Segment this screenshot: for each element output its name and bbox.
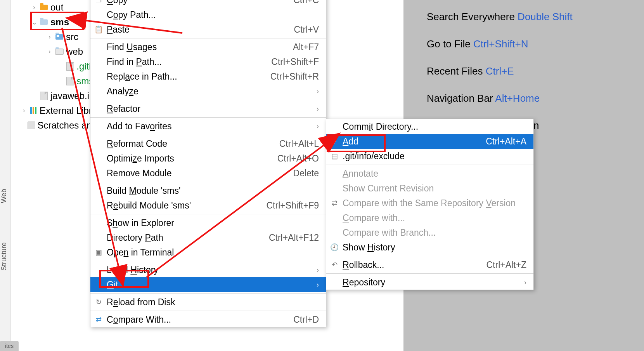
separator [90, 100, 326, 100]
diff-icon: ⇄ [94, 315, 103, 324]
menu-item-refactor[interactable]: Refactor› [90, 101, 326, 116]
annotation-box-sms [30, 12, 84, 30]
history-icon: 🕘 [330, 243, 339, 252]
submenu-item-show-current-revision: Show Current Revision [326, 181, 533, 196]
copy-icon: ❐ [94, 0, 103, 4]
diff-icon: ⇄ [330, 199, 339, 207]
separator [326, 273, 533, 274]
folder-icon [40, 3, 48, 12]
menu-item-rebuild-module[interactable]: Rebuild Module 'sms'Ctrl+Shift+F9 [90, 198, 326, 213]
chevron-right-icon: › [317, 122, 319, 130]
submenu-item-compare-same-version: ⇄Compare with the Same Repository Versio… [326, 196, 533, 210]
menu-item-replace-in-path[interactable]: Replace in Path...Ctrl+Shift+R [90, 69, 326, 84]
menu-item-remove-module[interactable]: Remove ModuleDelete [90, 166, 326, 181]
separator [326, 256, 533, 256]
refresh-icon: ↻ [94, 298, 103, 306]
tree-item-external-libraries[interactable]: › External Libra [12, 103, 97, 118]
tree-item-gitignore[interactable]: › .gitign [12, 59, 97, 74]
web-folder-icon [55, 47, 64, 56]
menu-item-reload-from-disk[interactable]: ↻Reload from Disk [90, 295, 326, 309]
file-icon [66, 77, 74, 85]
chevron-right-icon: › [47, 33, 53, 40]
tool-tab-web[interactable]: Web [0, 179, 10, 214]
chevron-right-icon: › [317, 105, 319, 113]
separator [326, 165, 533, 165]
paste-icon: 📋 [94, 25, 103, 34]
scratches-icon [28, 121, 35, 130]
chevron-right-icon: › [317, 281, 319, 289]
terminal-icon: ▣ [94, 248, 103, 257]
menu-item-copy[interactable]: ❐CopyCtrl+C [90, 0, 326, 7]
rollback-icon: ↶ [330, 261, 339, 269]
separator [90, 117, 326, 118]
separator [90, 214, 326, 214]
menu-item-add-to-favorites[interactable]: Add to Favorites› [90, 119, 326, 134]
menu-item-build-module[interactable]: Build Module 'sms' [90, 183, 326, 198]
chevron-right-icon: › [47, 48, 53, 55]
chevron-right-icon: › [524, 278, 526, 287]
tree-item-web[interactable]: › web [12, 44, 97, 59]
menu-item-show-in-explorer[interactable]: Show in Explorer [90, 215, 326, 230]
separator [90, 182, 326, 182]
libraries-icon [29, 106, 37, 115]
separator [90, 135, 326, 135]
menu-item-copy-path[interactable]: Copy Path... [90, 7, 326, 22]
annotation-box-git [99, 270, 149, 288]
file-icon [66, 62, 74, 71]
file-icon [40, 92, 48, 100]
menu-item-paste[interactable]: 📋PasteCtrl+V [90, 22, 326, 37]
menu-item-compare-with[interactable]: ⇄Compare With...Ctrl+D [90, 312, 326, 327]
source-folder-icon [55, 33, 64, 41]
tool-tab-structure[interactable]: Structure [0, 225, 10, 287]
submenu-item-annotate: Annotate [326, 166, 533, 181]
file-icon: ▤ [330, 152, 339, 160]
bottom-tab-fragment[interactable]: ites [0, 341, 19, 351]
submenu-item-repository[interactable]: Repository› [326, 275, 533, 290]
hint-hidden-fragment: n [533, 120, 539, 132]
tree-item-src[interactable]: › src [12, 30, 97, 44]
menu-item-open-in-terminal[interactable]: ▣Open in Terminal [90, 245, 326, 260]
annotation-box-add [327, 134, 386, 152]
tool-window-bar-left: Web Structure [0, 0, 10, 351]
tree-item-javaweb-iml[interactable]: › javaweb.i [12, 89, 97, 103]
tree-item-scratches[interactable]: › Scratches and [12, 118, 97, 133]
chevron-right-icon: › [31, 4, 37, 11]
chevron-right-icon: › [21, 107, 27, 114]
submenu-item-compare-with-branch: Compare with Branch... [326, 225, 533, 240]
menu-item-find-usages[interactable]: Find UsagesAlt+F7 [90, 40, 326, 54]
chevron-right-icon: › [317, 266, 319, 274]
submenu-item-show-history[interactable]: 🕘Show History [326, 240, 533, 255]
hint-goto-file: Go to File Ctrl+Shift+N [427, 38, 528, 50]
submenu-item-compare-with: Compare with... [326, 210, 533, 225]
menu-item-find-in-path[interactable]: Find in Path...Ctrl+Shift+F [90, 54, 326, 69]
tree-item-sms-iml[interactable]: › sms.im [12, 74, 97, 89]
hint-recent-files: Recent Files Ctrl+E [427, 65, 514, 77]
menu-item-optimize-imports[interactable]: Optimize ImportsCtrl+Alt+O [90, 151, 326, 166]
chevron-right-icon: › [317, 87, 319, 96]
menu-item-reformat-code[interactable]: Reformat CodeCtrl+Alt+L [90, 136, 326, 151]
menu-item-directory-path[interactable]: Directory PathCtrl+Alt+F12 [90, 230, 326, 245]
submenu-item-rollback[interactable]: ↶Rollback...Ctrl+Alt+Z [326, 257, 533, 272]
menu-item-analyze[interactable]: Analyze› [90, 84, 326, 99]
separator [90, 293, 326, 294]
separator [90, 38, 326, 38]
submenu-item-commit-directory[interactable]: Commit Directory... [326, 119, 533, 134]
hint-search: Search Everywhere Double Shift [427, 11, 573, 23]
hint-navigation-bar: Navigation Bar Alt+Home [427, 92, 540, 104]
separator [90, 311, 326, 311]
separator [90, 261, 326, 261]
